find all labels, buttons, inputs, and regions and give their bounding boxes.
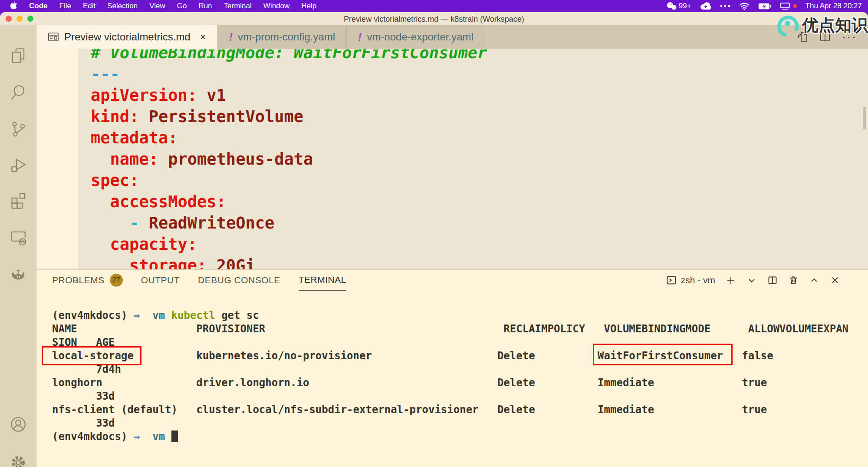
problems-count-badge: 27	[110, 274, 123, 287]
terminal-session-select[interactable]: zsh - vm	[666, 275, 715, 285]
panel-tab-problems[interactable]: PROBLEMS 27	[52, 270, 123, 291]
warning-icon: !	[229, 31, 233, 43]
maximize-panel-chevron-up-icon[interactable]	[809, 275, 819, 285]
panel-tab-label: PROBLEMS	[52, 275, 105, 285]
tab-bar: Preview victorialmetrics.md × ! vm-prom-…	[36, 25, 868, 49]
source-control-icon[interactable]	[9, 120, 27, 138]
explorer-icon[interactable]	[9, 46, 27, 65]
menu-item-code[interactable]: Code	[29, 2, 48, 10]
account-icon[interactable]	[9, 415, 27, 434]
chevron-down-icon[interactable]	[746, 275, 757, 285]
vscode-window: Preview victorialmetrics.md — k8strain (…	[0, 12, 868, 467]
terminal-actions: zsh - vm	[666, 270, 840, 291]
panel-tab-label: OUTPUT	[141, 275, 180, 285]
yaml-code: # VolumeBindingMode: WaitForFirstConsume…	[78, 49, 868, 269]
tab-preview-victorialmetrics[interactable]: Preview victorialmetrics.md ×	[36, 25, 218, 49]
mascot-extension-icon[interactable]	[9, 265, 27, 283]
close-tab-icon[interactable]: ×	[200, 31, 206, 43]
menu-item-terminal[interactable]: Terminal	[224, 2, 252, 10]
warning-icon: !	[358, 31, 362, 43]
panel-tab-bar: PROBLEMS 27 OUTPUT DEBUG CONSOLE TERMINA…	[52, 270, 346, 291]
display-mirroring-icon[interactable]	[780, 3, 797, 10]
menu-item-go[interactable]: Go	[177, 2, 187, 10]
wechat-unread-badge: 99+	[679, 2, 691, 10]
remote-explorer-icon[interactable]	[9, 229, 27, 247]
open-preview-icon[interactable]	[797, 31, 808, 43]
panel-tab-output[interactable]: OUTPUT	[141, 270, 180, 291]
ellipsis-icon[interactable]	[720, 5, 730, 7]
split-editor-icon[interactable]	[819, 31, 831, 43]
terminal-session-label: zsh - vm	[681, 275, 715, 285]
panel-tab-debug-console[interactable]: DEBUG CONSOLE	[198, 270, 280, 291]
more-actions-icon[interactable]: ···	[842, 30, 857, 44]
apple-menu-icon[interactable]	[10, 1, 17, 11]
terminal-output[interactable]: (env4mkdocs) → vm kubectl get scNAME PRO…	[52, 309, 848, 444]
panel-tab-terminal[interactable]: TERMINAL	[299, 270, 346, 291]
title-bar[interactable]: Preview victorialmetrics.md — k8strain (…	[0, 12, 868, 25]
battery-icon	[758, 3, 771, 10]
yaml-code-block: # VolumeBindingMode: WaitForFirstConsume…	[78, 49, 868, 269]
tab-label: vm-prom-config.yaml	[238, 31, 335, 43]
menu-item-file[interactable]: File	[59, 2, 71, 10]
terminal-icon	[666, 275, 677, 285]
tab-label: Preview victorialmetrics.md	[64, 31, 191, 43]
menu-item-view[interactable]: View	[149, 2, 165, 10]
annotation-box-waitforfirstconsumer	[593, 344, 733, 365]
tab-label: vm-node-exporter.yaml	[367, 31, 473, 43]
annotation-box-local-storage	[42, 346, 141, 365]
menu-bar: Code File Edit Selection View Go Run Ter…	[0, 0, 868, 12]
markdown-preview-editor: # VolumeBindingMode: WaitForFirstConsume…	[36, 49, 868, 269]
wifi-icon[interactable]	[739, 2, 750, 10]
split-terminal-icon[interactable]	[767, 275, 778, 285]
close-panel-icon[interactable]	[830, 275, 840, 285]
cloud-upload-icon[interactable]	[700, 2, 711, 10]
kill-terminal-trash-icon[interactable]	[788, 275, 799, 285]
search-icon[interactable]	[9, 83, 27, 102]
notification-dot	[793, 4, 797, 8]
wechat-icon[interactable]: 99+	[666, 2, 691, 10]
panel-tab-label: TERMINAL	[299, 275, 346, 285]
menu-clock[interactable]: Thu Apr 28 20:27	[806, 2, 862, 10]
menu-item-window[interactable]: Window	[263, 2, 289, 10]
menu-item-run[interactable]: Run	[198, 2, 212, 10]
settings-gear-icon[interactable]	[9, 454, 27, 467]
new-terminal-icon[interactable]	[726, 275, 736, 285]
menu-item-selection[interactable]: Selection	[107, 2, 138, 10]
editor-scrollbar[interactable]	[863, 107, 866, 129]
window-title: Preview victorialmetrics.md — k8strain (…	[0, 15, 868, 24]
markdown-preview-icon	[48, 32, 59, 42]
run-debug-icon[interactable]	[9, 156, 27, 174]
activity-bar	[0, 25, 36, 467]
tab-vm-node-exporter[interactable]: ! vm-node-exporter.yaml	[347, 25, 485, 49]
bottom-panel: PROBLEMS 27 OUTPUT DEBUG CONSOLE TERMINA…	[36, 269, 868, 467]
tab-vm-prom-config[interactable]: ! vm-prom-config.yaml	[218, 25, 347, 49]
panel-tab-label: DEBUG CONSOLE	[198, 275, 280, 285]
menu-item-help[interactable]: Help	[301, 2, 316, 10]
extensions-icon[interactable]	[9, 191, 27, 209]
menu-item-edit[interactable]: Edit	[83, 2, 95, 10]
